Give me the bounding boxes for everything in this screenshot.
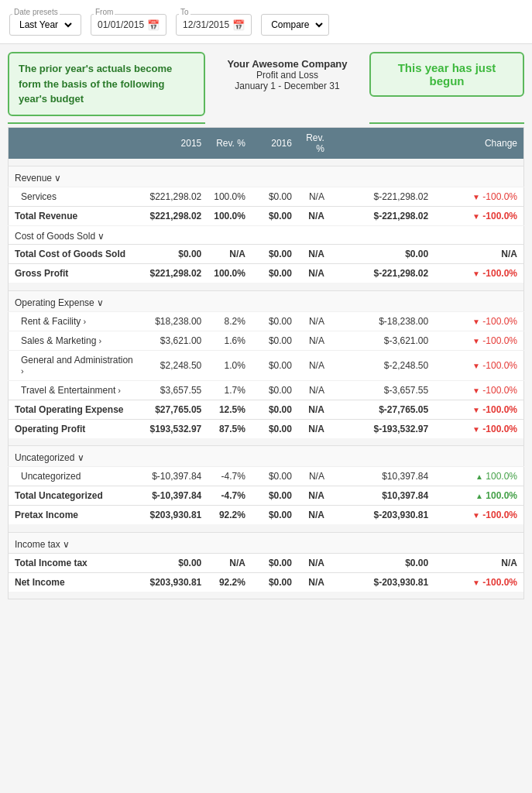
total-opex-rev1: 12.5% [208,400,252,419]
uncategorized-name: Uncategorized [9,467,144,486]
main-content: The prior year's actuals become form the… [0,44,532,607]
operating-profit-row: Operating Profit $193,532.97 87.5% $0.00… [9,419,524,438]
rent-facility-row: Rent & Facility $18,238.00 8.2% $0.00 N/… [9,311,524,331]
travel-entertainment-rev1: 1.7% [208,380,252,400]
total-uncategorized-chgpct: ▲ 100.0% [434,486,523,506]
rent-facility-pct: -100.0% [482,316,517,327]
income-tax-label[interactable]: Income tax ∨ [9,532,524,553]
sales-marketing-rev2: N/A [298,331,331,350]
gross-profit-2015: $221,298.02 [144,264,208,283]
net-income-pct: -100.0% [482,577,517,588]
total-revenue-pct: -100.0% [482,211,517,221]
company-report: Profit and Loss [213,70,362,81]
pretax-income-2016: $0.00 [252,506,298,525]
services-arrow-down: ▼ [472,193,480,201]
total-uncategorized-row: Total Uncategorized $-10,397.84 -4.7% $0… [9,486,524,506]
cogs-label[interactable]: Cost of Goods Sold ∨ [9,226,524,245]
total-income-tax-name: Total Income tax [9,553,144,572]
operating-profit-2016: $0.00 [252,419,298,438]
spacer-5 [9,592,524,599]
operating-profit-pct: -100.0% [482,424,517,434]
gen-admin-pct: -100.0% [482,360,517,371]
gross-profit-row: Gross Profit $221,298.02 100.0% $0.00 N/… [9,264,524,283]
total-uncategorized-2015: $-10,397.84 [144,486,208,506]
calendar-icon-from: 📅 [147,19,160,31]
indicator-left [8,122,205,125]
sales-marketing-2016: $0.00 [252,331,298,350]
gen-admin-name[interactable]: General and Administration [9,350,144,380]
total-opex-rev2: N/A [298,400,331,419]
rent-facility-name[interactable]: Rent & Facility [9,311,144,331]
net-income-rev2: N/A [298,572,331,592]
operating-profit-change: $-193,532.97 [331,419,434,438]
pretax-income-rev2: N/A [298,506,331,525]
total-cogs-rev1: N/A [208,245,252,264]
total-opex-2016: $0.00 [252,400,298,419]
total-income-tax-chgpct: N/A [434,553,523,572]
pretax-income-row: Pretax Income $203,930.81 92.2% $0.00 N/… [9,506,524,525]
net-income-name: Net Income [9,572,144,592]
gen-admin-2016: $0.00 [252,350,298,380]
pretax-income-rev1: 92.2% [208,506,252,525]
gross-profit-rev2: N/A [298,264,331,283]
uncategorized-label[interactable]: Uncategorized ∨ [9,446,524,467]
net-income-rev1: 92.2% [208,572,252,592]
services-2015: $221,298.02 [144,187,208,207]
net-income-chgpct: ▼ -100.0% [434,572,523,592]
cogs-section-header: Cost of Goods Sold ∨ [9,226,524,245]
total-uncategorized-2016: $0.00 [252,486,298,506]
gross-profit-change: $-221,298.02 [331,264,434,283]
sales-marketing-row: Sales & Marketing $3,621.00 1.6% $0.00 N… [9,331,524,350]
from-date-group: From 01/01/2015 📅 [91,14,166,36]
total-opex-row: Total Operating Expense $27,765.05 12.5%… [9,400,524,419]
total-cogs-rev2: N/A [298,245,331,264]
from-date-input[interactable]: 01/01/2015 📅 [91,14,166,36]
travel-entertainment-name[interactable]: Travel & Entertainment [9,380,144,400]
spacer-1 [9,159,524,166]
sales-marketing-name[interactable]: Sales & Marketing [9,331,144,350]
revenue-label[interactable]: Revenue ∨ [9,166,524,187]
callout-left: The prior year's actuals become form the… [8,52,205,116]
sales-marketing-arrow: ▼ [472,337,480,345]
gross-profit-arrow: ▼ [472,269,480,278]
date-preset-input[interactable]: Last Year [9,14,81,36]
total-uncategorized-change: $10,397.84 [331,486,434,506]
total-uncategorized-pct: 100.0% [486,490,517,501]
compare-select[interactable]: Compare [268,19,325,31]
rent-facility-2015: $18,238.00 [144,311,208,331]
spacer-4 [9,524,524,532]
opex-label[interactable]: Operating Expense ∨ [9,290,524,311]
indicator-right [369,122,524,125]
services-rev1: 100.0% [208,187,252,207]
services-chgpct: ▼ -100.0% [434,187,523,207]
travel-entertainment-chgpct: ▼ -100.0% [434,380,523,400]
compare-input[interactable]: Compare [261,14,329,36]
net-income-row: Net Income $203,930.81 92.2% $0.00 N/A $… [9,572,524,592]
total-cogs-2016: $0.00 [252,245,298,264]
from-date-value: 01/01/2015 [98,19,144,30]
services-chg-pct-val: -100.0% [482,191,517,202]
sales-marketing-chgpct: ▼ -100.0% [434,331,523,350]
gross-profit-2016: $0.00 [252,264,298,283]
total-revenue-chgpct: ▼ -100.0% [434,207,523,226]
total-uncategorized-arrow: ▲ [475,492,483,500]
uncategorized-rev1: -4.7% [208,467,252,486]
rent-facility-2016: $0.00 [252,311,298,331]
to-date-input[interactable]: 12/31/2015 📅 [176,14,252,36]
travel-entertainment-arrow: ▼ [472,386,480,395]
date-preset-select[interactable]: Last Year [16,19,74,31]
total-revenue-arrow: ▼ [472,212,480,221]
col-2016: 2016 [252,127,298,159]
indicator-mid [205,122,369,125]
callout-right: This year has just begun [369,52,524,97]
net-income-change: $-203,930.81 [331,572,434,592]
operating-profit-2015: $193,532.97 [144,419,208,438]
operating-profit-rev2: N/A [298,419,331,438]
revenue-services-row: Services $221,298.02 100.0% $0.00 N/A $-… [9,187,524,207]
pretax-income-change: $-203,930.81 [331,506,434,525]
rent-facility-rev1: 8.2% [208,311,252,331]
uncategorized-rev2: N/A [298,467,331,486]
pretax-income-chgpct: ▼ -100.0% [434,506,523,525]
services-rev2: N/A [298,187,331,207]
callout-row: The prior year's actuals become form the… [8,52,524,116]
